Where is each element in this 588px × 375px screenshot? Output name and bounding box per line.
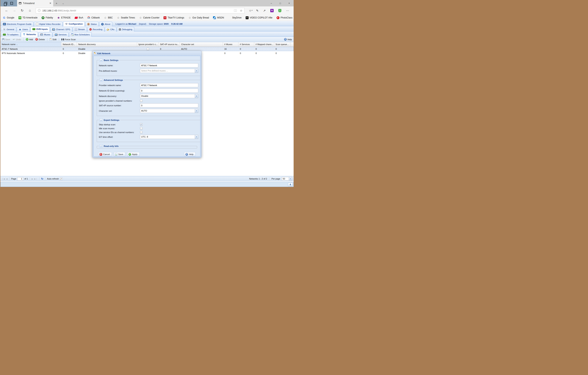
network-id-field[interactable]: [140, 89, 198, 93]
undo-button[interactable]: ↩Undo: [12, 38, 22, 41]
ignore-channel-numbers-checkbox[interactable]: [140, 99, 143, 102]
tab-configuration[interactable]: ⚒Configuration: [63, 21, 85, 26]
expand-panel-button[interactable]: ≪: [288, 183, 293, 186]
page-number-input[interactable]: [17, 177, 23, 181]
chevron-down-icon[interactable]: ▼: [195, 69, 198, 73]
tab-electronic-program-guide[interactable]: EPGElectronic Program Guide: [1, 22, 33, 26]
column-ignore-provider[interactable]: Ignore provider's c...: [137, 42, 159, 47]
first-page-icon[interactable]: ❘◀: [2, 178, 5, 180]
column-network-name[interactable]: Network name▲: [0, 42, 61, 47]
bookmark-msdn[interactable]: MSDN: [213, 16, 224, 19]
set-aside-tabs-icon[interactable]: [4, 2, 7, 5]
maximize-button[interactable]: □: [276, 0, 285, 6]
add-button[interactable]: +Add: [25, 38, 34, 41]
last-page-icon[interactable]: ▶❘: [34, 178, 37, 180]
idle-scan-checkbox[interactable]: [140, 127, 143, 129]
home-icon[interactable]: ⌂: [26, 9, 34, 12]
chevron-down-icon[interactable]: ▼: [195, 135, 198, 139]
tab-services[interactable]: Services: [53, 32, 69, 37]
close-button[interactable]: ×: [285, 0, 294, 6]
site-info-icon[interactable]: i: [38, 9, 41, 12]
auto-refresh-checkbox[interactable]: [60, 178, 63, 180]
character-set-select[interactable]: AUTO▼: [140, 109, 198, 113]
column-character-set[interactable]: Character set: [180, 42, 223, 47]
bookmark-fidelity[interactable]: ✳Fidelity: [42, 16, 53, 19]
predefined-muxes-select[interactable]: Select Pre-defined muxes ...▼: [140, 69, 198, 73]
tab-recording[interactable]: RECRecording: [87, 27, 104, 32]
share-icon[interactable]: ↗: [263, 9, 266, 12]
forward-icon[interactable]: →: [10, 9, 18, 12]
bookmark-calorie-counter[interactable]: ☆Calorie Counter: [139, 16, 159, 19]
bookmark-td-ameritrade[interactable]: TDTD Ameritrade: [19, 16, 37, 19]
logout-link[interactable]: (logout): [139, 23, 146, 25]
collapse-icon[interactable]: ▲: [100, 78, 103, 81]
tab-dvb-inputs[interactable]: DVB Inputs: [31, 27, 50, 32]
tab-channel-epg[interactable]: Channel / EPG: [50, 27, 72, 32]
tab-about[interactable]: iAbout: [99, 22, 112, 26]
column-satip-source[interactable]: SAT>IP source nu...: [159, 42, 180, 47]
chevron-down-icon[interactable]: ▼: [195, 109, 198, 113]
tab-status[interactable]: Status: [85, 22, 99, 26]
per-page-select[interactable]: 50▼: [282, 177, 292, 181]
tab-mux-schedulers[interactable]: Mux Schedulers: [69, 32, 92, 37]
bookmark-boa[interactable]: BoA: [75, 16, 83, 19]
adblock-shield-icon[interactable]: ✓: [278, 9, 281, 12]
refresh-grid-icon[interactable]: ↻: [41, 177, 43, 180]
next-page-icon[interactable]: ▶: [32, 178, 33, 180]
back-icon[interactable]: ←: [3, 9, 10, 12]
bookmark-photoclass[interactable]: ▶PhotoClass: [276, 16, 293, 19]
tab-general[interactable]: ⚒General: [1, 27, 16, 32]
row-ignore-checkbox[interactable]: [147, 48, 149, 50]
column-scan-queue[interactable]: Scan queue...: [274, 42, 290, 47]
bookmark-bbc[interactable]: ☆BBC: [104, 16, 113, 19]
collapse-icon[interactable]: ▲: [100, 118, 103, 121]
tab-preview-chevron-icon[interactable]: ⌄: [60, 0, 66, 6]
dialog-header[interactable]: Edit Network: [93, 51, 201, 56]
column-mapped-channels[interactable]: # Mapped chann...: [254, 42, 274, 47]
chevron-down-icon[interactable]: ▼: [195, 94, 198, 98]
delete-button[interactable]: −Delete: [35, 38, 46, 41]
tab-tv-adapters[interactable]: TV adapters: [1, 32, 21, 37]
refresh-icon[interactable]: ↻: [18, 9, 26, 13]
network-name-field[interactable]: [140, 63, 198, 67]
onenote-icon[interactable]: N: [270, 9, 273, 12]
bookmark-our-daily-bread[interactable]: ☆Our Daily Bread: [188, 16, 209, 19]
table-row-atsc[interactable]: ATSC-T Network 0 Disable 0 AUTO 16 0 0 0: [0, 47, 294, 51]
dialog-save-button[interactable]: Save: [114, 152, 125, 156]
web-note-pen-icon[interactable]: ✎: [256, 9, 259, 12]
eit-offset-select[interactable]: UTC- 8▼: [140, 135, 198, 139]
satip-source-field[interactable]: [140, 103, 198, 107]
bookmark-google[interactable]: GGoogle: [3, 16, 14, 19]
edit-button[interactable]: Edit: [49, 38, 57, 41]
more-menu-icon[interactable]: ⋯: [286, 9, 289, 12]
skip-startup-scan-checkbox[interactable]: [140, 123, 143, 126]
minimize-button[interactable]: –: [267, 0, 276, 6]
reading-view-icon[interactable]: [234, 10, 237, 12]
service-ids-checkbox[interactable]: [140, 131, 143, 133]
column-muxes[interactable]: # Muxes: [223, 42, 239, 47]
hub-favorites-icon[interactable]: ☆≡: [249, 9, 251, 12]
bookmark-etrade[interactable]: ★ETRADE: [57, 16, 71, 19]
apply-button[interactable]: ✓Apply: [127, 152, 140, 156]
column-network-id[interactable]: Network ID...: [61, 42, 77, 47]
network-discovery-select[interactable]: Disable▼: [140, 94, 198, 98]
tab-networks[interactable]: Networks: [21, 32, 38, 37]
prev-page-icon[interactable]: ◀: [6, 178, 8, 180]
expand-icon[interactable]: ▼: [100, 145, 103, 148]
tab-users[interactable]: ☻Users: [17, 27, 30, 32]
tab-muxes[interactable]: Muxes: [38, 32, 52, 37]
cancel-button[interactable]: ✕Cancel: [98, 152, 112, 156]
collapse-icon[interactable]: ▲: [100, 59, 103, 62]
bookmark-citibank[interactable]: citiCitibank: [87, 16, 100, 19]
force-scan-button[interactable]: Force Scan: [61, 38, 76, 41]
tab-stream[interactable]: »Stream: [73, 27, 87, 32]
column-services[interactable]: # Services: [239, 42, 254, 47]
chevron-down-icon[interactable]: ▼: [289, 177, 292, 181]
dialog-help-button[interactable]: ?Help: [184, 152, 196, 156]
bookmark-seattle-times[interactable]: ☆Seattle Times: [117, 16, 135, 19]
restore-tabs-icon[interactable]: [10, 2, 13, 5]
new-tab-button[interactable]: +: [53, 0, 60, 6]
url-input[interactable]: i 192.168.2.43:9981/extjs.html# ☆: [36, 8, 244, 13]
bookmark-video-copilot[interactable]: VVIDEO COPILOT Afte: [246, 16, 273, 19]
column-network-discovery[interactable]: Network discovery: [77, 42, 137, 47]
